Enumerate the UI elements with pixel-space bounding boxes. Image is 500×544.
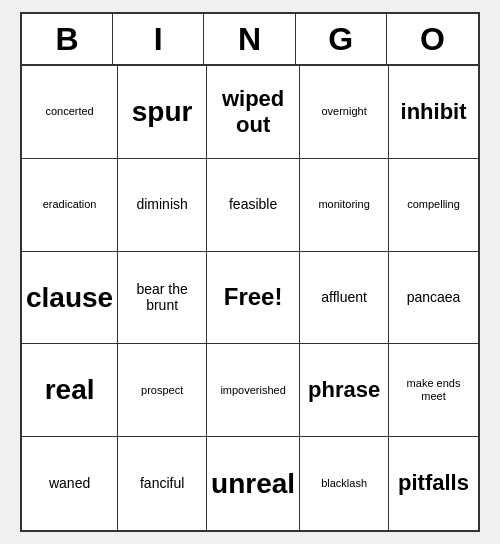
bingo-cell: affluent [300,252,389,345]
bingo-cell: wiped out [207,66,300,159]
cell-text: pancaea [407,289,461,306]
cell-text: real [45,373,95,407]
bingo-header: BINGO [22,14,478,66]
cell-text: overnight [321,105,366,118]
bingo-cell: feasible [207,159,300,252]
bingo-cell: bear the brunt [118,252,207,345]
cell-text: Free! [224,283,283,312]
bingo-cell: pancaea [389,252,478,345]
header-letter: G [296,14,387,64]
bingo-cell: prospect [118,344,207,437]
header-letter: I [113,14,204,64]
bingo-cell: inhibit [389,66,478,159]
cell-text: impoverished [220,384,285,397]
bingo-cell: phrase [300,344,389,437]
cell-text: wiped out [211,86,295,139]
bingo-grid: concertedspurwiped outovernightinhibiter… [22,66,478,530]
bingo-cell: overnight [300,66,389,159]
bingo-cell: fanciful [118,437,207,530]
bingo-cell: real [22,344,118,437]
bingo-cell: pitfalls [389,437,478,530]
cell-text: feasible [229,196,277,213]
cell-text: diminish [136,196,187,213]
bingo-cell: diminish [118,159,207,252]
cell-text: spur [132,95,193,129]
bingo-card: BINGO concertedspurwiped outovernightinh… [20,12,480,532]
cell-text: concerted [45,105,93,118]
cell-text: bear the brunt [122,281,202,315]
bingo-cell: blacklash [300,437,389,530]
bingo-cell: spur [118,66,207,159]
bingo-cell: concerted [22,66,118,159]
bingo-cell: make ends meet [389,344,478,437]
bingo-cell: Free! [207,252,300,345]
header-letter: B [22,14,113,64]
cell-text: eradication [43,198,97,211]
cell-text: prospect [141,384,183,397]
cell-text: compelling [407,198,460,211]
bingo-cell: impoverished [207,344,300,437]
bingo-cell: monitoring [300,159,389,252]
bingo-cell: compelling [389,159,478,252]
cell-text: phrase [308,377,380,403]
cell-text: clause [26,281,113,315]
header-letter: N [204,14,295,64]
bingo-cell: waned [22,437,118,530]
cell-text: affluent [321,289,367,306]
cell-text: make ends meet [393,377,474,403]
header-letter: O [387,14,478,64]
cell-text: unreal [211,467,295,501]
cell-text: fanciful [140,475,184,492]
bingo-cell: eradication [22,159,118,252]
cell-text: blacklash [321,477,367,490]
cell-text: monitoring [318,198,369,211]
cell-text: inhibit [401,99,467,125]
bingo-cell: clause [22,252,118,345]
cell-text: pitfalls [398,470,469,496]
bingo-cell: unreal [207,437,300,530]
cell-text: waned [49,475,90,492]
